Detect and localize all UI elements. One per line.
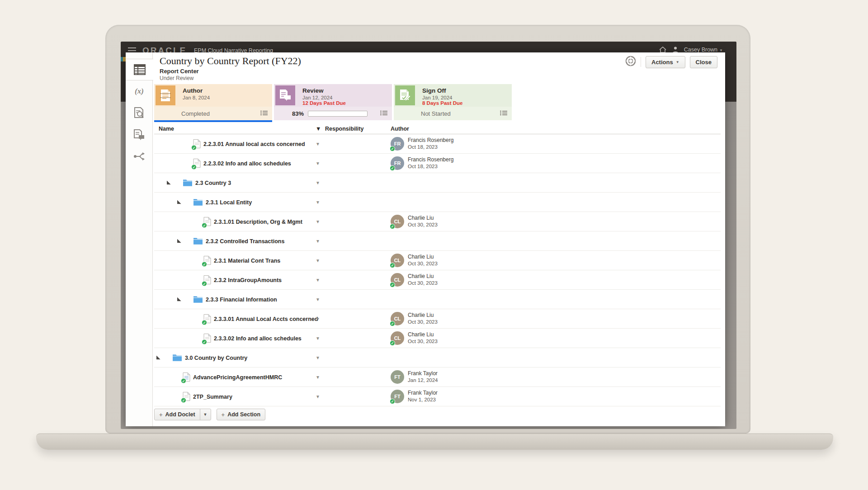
sidebar-item-workflow[interactable] [126, 146, 153, 167]
page-title: Country by Country Report (FY22) [160, 55, 301, 67]
row-menu-chevron-icon[interactable]: ▼ [316, 258, 320, 263]
column-header-responsibility[interactable]: Responsibility [325, 126, 363, 132]
row-name[interactable]: 2.3 Country 3 [195, 179, 231, 186]
row-name[interactable]: 2.3.3.02 Info and alloc schedules [214, 335, 302, 341]
row-menu-chevron-icon[interactable]: ▼ [316, 180, 320, 185]
sidebar-item-variables[interactable]: (x) [126, 80, 153, 102]
stage-title: Author [183, 87, 210, 94]
stage-card-signoff[interactable]: Sign Off Jan 19, 2024 8 Days Past Due No… [394, 84, 512, 120]
table-row[interactable]: 2.3.1 Local Entity ▼ ✓ [154, 193, 721, 212]
row-menu-chevron-icon[interactable]: ▼ [316, 375, 320, 380]
row-menu-chevron-icon[interactable]: ▼ [316, 297, 320, 302]
table-row[interactable]: ✓ 2.3.1.01 Description, Org & Mgmt ▼ CL … [154, 212, 721, 231]
author-date: Oct 18, 2023 [408, 163, 453, 170]
row-menu-chevron-icon[interactable]: ▼ [316, 161, 320, 166]
plus-icon: + [222, 411, 225, 418]
row-name[interactable]: 3.0 Country by Country [185, 354, 247, 361]
approved-check-icon: ✓ [390, 321, 395, 326]
column-menu-chevron-icon[interactable]: ▼ [316, 126, 321, 132]
row-name[interactable]: 2.3.3.01 Annual Local Accts concerned [214, 316, 318, 322]
table-row[interactable]: 3.0 Country by Country ▼ ✓ [154, 348, 721, 368]
row-name[interactable]: 2TP_Summary [193, 393, 232, 400]
folder-icon [193, 198, 203, 206]
row-name[interactable]: 2.3.3 Financial Information [206, 296, 277, 302]
author-name: Charlie Liu [408, 254, 438, 260]
expand-collapse-icon[interactable] [177, 200, 181, 204]
active-stage-indicator [154, 120, 272, 122]
expand-collapse-icon[interactable] [167, 181, 171, 185]
review-stage-icon [275, 85, 295, 105]
author-date: Oct 30, 2023 [408, 260, 438, 267]
row-name[interactable]: 2.3.2 IntraGroupAmounts [214, 277, 282, 283]
review-progress-percent: 83% [292, 110, 304, 117]
report-status: Under Review [160, 75, 193, 81]
column-header-author[interactable]: Author [391, 126, 409, 132]
expand-collapse-icon[interactable] [156, 356, 160, 360]
row-menu-chevron-icon[interactable]: ▼ [316, 239, 320, 244]
row-menu-chevron-icon[interactable]: ▼ [316, 200, 320, 205]
sidebar-item-comments[interactable] [126, 124, 153, 146]
table-row[interactable]: ✓ 2.3.3.02 Info and alloc schedules ▼ CL… [154, 329, 721, 348]
table-row[interactable]: 2.3 Country 3 ▼ ✓ [154, 173, 721, 193]
stage-card-review[interactable]: Review Jan 12, 2024 12 Days Past Due 83% [274, 84, 392, 120]
row-menu-chevron-icon[interactable]: ▼ [316, 316, 320, 321]
table-row[interactable]: ✓ 2.2.3.01 Annual local accts concerned … [154, 134, 721, 154]
approved-check-icon: ✓ [390, 224, 395, 229]
row-menu-chevron-icon[interactable]: ▼ [316, 219, 320, 224]
row-name[interactable]: 2.2.3.01 Annual local accts concerned [203, 141, 305, 147]
document-comment-icon [134, 129, 145, 141]
close-button[interactable]: Close [690, 56, 717, 68]
folder-icon [193, 296, 203, 303]
workflow-stages: Author Jan 8, 2024 Completed [154, 84, 512, 120]
table-row[interactable]: ✓ 2.3.1 Material Cont Trans ▼ CL ✓ Charl… [154, 251, 721, 270]
row-name[interactable]: 2.2.3.02 Info and alloc schedules [203, 160, 291, 166]
avatar: CL ✓ [391, 273, 404, 287]
column-header-name[interactable]: Name [159, 126, 174, 132]
stage-detail-list-icon[interactable] [500, 109, 507, 118]
row-name[interactable]: AdvancePricingAgreementHMRC [193, 374, 282, 380]
expand-collapse-icon[interactable] [177, 239, 181, 243]
author-name: Charlie Liu [408, 331, 438, 338]
doclet-complete-check-icon: ✓ [202, 262, 207, 267]
actions-button[interactable]: Actions▼ [646, 56, 685, 68]
doclet-complete-check-icon: ✓ [191, 145, 197, 151]
doclet-icon: ✓ [203, 334, 211, 343]
table-row[interactable]: ✓ 2.3.3.01 Annual Local Accts concerned … [154, 309, 721, 329]
row-menu-chevron-icon[interactable]: ▼ [316, 355, 320, 360]
row-menu-chevron-icon[interactable]: ▼ [316, 394, 320, 399]
stage-detail-list-icon[interactable] [380, 109, 387, 118]
row-name[interactable]: 2.3.1 Material Cont Trans [214, 257, 280, 264]
row-name[interactable]: 2.3.1 Local Entity [206, 199, 252, 205]
table-row[interactable]: ✓ 2TP_Summary ▼ FT ✓ Frank Taylor Nov 1,… [154, 387, 721, 406]
table-row[interactable]: 2.3.3 Financial Information ▼ ✓ [154, 290, 721, 309]
approved-check-icon: ✓ [390, 282, 395, 287]
row-menu-chevron-icon[interactable]: ▼ [316, 141, 320, 146]
approved-check-icon: ✓ [390, 399, 395, 404]
author-name: Charlie Liu [408, 273, 438, 280]
row-menu-chevron-icon[interactable]: ▼ [316, 278, 320, 283]
add-doclet-dropdown[interactable]: ▼ [200, 409, 211, 420]
sidebar-item-validate[interactable] [126, 102, 153, 124]
stage-date: Jan 8, 2024 [183, 95, 210, 100]
stage-detail-list-icon[interactable] [260, 109, 268, 118]
add-section-button[interactable]: +Add Section [217, 409, 266, 420]
author-date: Nov 1, 2023 [408, 396, 438, 403]
avatar: FT ✓ [391, 390, 404, 403]
table-row[interactable]: 2.3.2 Controlled Transactions ▼ ✓ [154, 231, 721, 251]
help-icon[interactable] [625, 56, 636, 68]
user-menu[interactable]: Casey Brown▼ [684, 47, 723, 53]
table-row[interactable]: ✓ 2.2.3.02 Info and alloc schedules ▼ FR… [154, 154, 721, 173]
add-doclet-button[interactable]: +Add Doclet [155, 409, 200, 420]
row-name[interactable]: 2.3.1.01 Description, Org & Mgmt [214, 218, 302, 225]
stage-card-author[interactable]: Author Jan 8, 2024 Completed [154, 84, 272, 120]
table-row[interactable]: ✓ AdvancePricingAgreementHMRC ▼ FT ✓ Fra… [154, 368, 721, 387]
row-menu-chevron-icon[interactable]: ▼ [316, 336, 320, 341]
sidebar-item-report-center[interactable] [126, 59, 153, 80]
approved-check-icon: ✓ [390, 340, 395, 346]
row-name[interactable]: 2.3.2 Controlled Transactions [206, 238, 284, 244]
author-name: Charlie Liu [408, 312, 438, 319]
expand-collapse-icon[interactable] [177, 297, 181, 302]
laptop-shell: ORACLE EPM Cloud Narrative Reporting Cas… [105, 25, 750, 433]
table-row[interactable]: ✓ 2.3.2 IntraGroupAmounts ▼ CL ✓ Charlie… [154, 270, 721, 290]
avatar: FR ✓ [391, 137, 404, 151]
